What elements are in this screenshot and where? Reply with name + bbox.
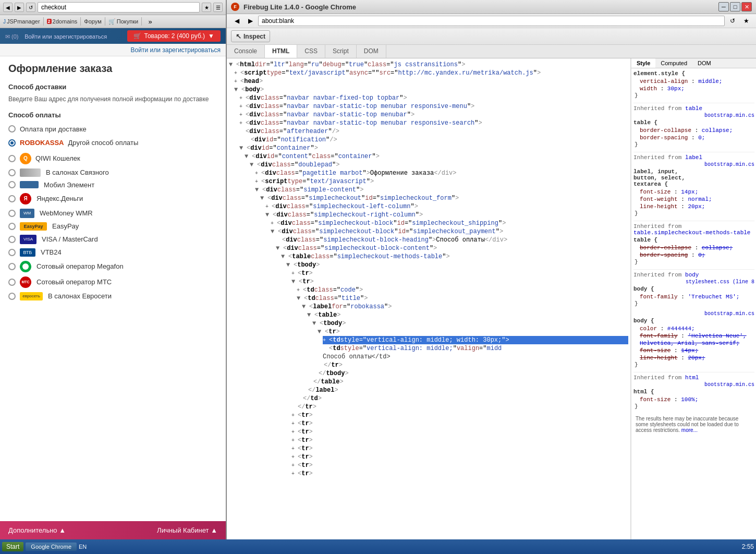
browser-star-btn[interactable]: ★	[202, 3, 211, 12]
html-line-head[interactable]: + <head>	[234, 77, 628, 86]
html-line-second-td[interactable]: <td style="vertical-align: middle;" vali…	[323, 344, 628, 353]
html-line-close-tbody[interactable]: </tbody>	[312, 369, 628, 378]
html-line-block-content[interactable]: ▼ <div class="simplecheckout-block-conte…	[276, 244, 628, 252]
toolbar-jsmanager-link[interactable]: J JSPmanager	[3, 18, 40, 25]
html-line-tr7[interactable]: + <tr>	[291, 444, 628, 453]
html-line-td-code[interactable]: + <td class="code" >	[297, 286, 628, 294]
payment-option-qiwi[interactable]: Q QIWI Кошелек	[8, 151, 217, 166]
payment-option-easypay[interactable]: EasyPay EasyPay	[8, 220, 217, 233]
html-panel[interactable]: ▼ <html dir="ltr" lang="ru" debug="true"…	[227, 58, 631, 539]
html-line-block-heading[interactable]: <div class="simplecheckout-block-heading…	[276, 236, 628, 244]
payment-option-vtb[interactable]: ВТБ VTB24	[8, 246, 217, 259]
radio-yandex[interactable]	[8, 195, 16, 202]
html-line-close-tr2[interactable]: </tr>	[291, 403, 628, 411]
html-line-tbody[interactable]: ▼ <tbody>	[286, 261, 628, 269]
html-line-methods-table[interactable]: ▼ <table class="simplecheckout-methods-t…	[281, 252, 628, 261]
additional-btn[interactable]: Дополнительно ▲	[8, 526, 66, 534]
html-line-navbar2[interactable]: + <div class="navbar navbar-static-top m…	[239, 102, 628, 111]
radio-megafon[interactable]	[8, 263, 16, 270]
html-line-navbar1[interactable]: + <div class="navbar navbar-fixed-top to…	[239, 94, 628, 102]
html-line-afterheader[interactable]: <div class="afterheader" />	[239, 127, 628, 136]
html-line-pagetitle[interactable]: + <div class="pagetitle marbot" >Оформле…	[255, 169, 628, 177]
radio-mts[interactable]	[8, 279, 16, 286]
html-line-close-table[interactable]: </table>	[307, 378, 628, 386]
browser-forward-btn[interactable]: ▶	[15, 3, 24, 12]
html-line-td-title[interactable]: ▼ <td class="title" >	[297, 294, 628, 303]
close-btn[interactable]: ✕	[741, 2, 752, 11]
html-line-container[interactable]: ▼ <div id="container" >	[239, 144, 628, 152]
html-line-navbar3[interactable]: + <div class="navbar navbar-static-top m…	[239, 111, 628, 119]
payment-option-robokassa[interactable]: ROBOKASSA Другой способ оплаты	[8, 135, 217, 151]
html-line-doublepad[interactable]: ▼ <div class="doublepad" >	[250, 161, 628, 169]
payment-option-visa[interactable]: VISA VISA / MasterCard	[8, 233, 217, 246]
html-line-tr8[interactable]: + <tr>	[291, 453, 628, 461]
login-register-link[interactable]: Войти или зарегистрироваться	[131, 46, 221, 54]
style-note-link[interactable]: more...	[681, 427, 698, 433]
html-line-notification[interactable]: <div id="notification" />	[245, 136, 628, 144]
html-line-selected-td[interactable]: + <td style="vertical-align: middle; wid…	[323, 336, 628, 344]
html-line-tr1[interactable]: + <tr>	[291, 269, 628, 278]
tab-script[interactable]: Script	[325, 45, 357, 58]
html-line-shipping[interactable]: + <div class="simplecheckout-block" id="…	[271, 219, 628, 227]
html-line-close-tr[interactable]: </tr>	[318, 361, 628, 369]
radio-mobil[interactable]	[8, 181, 16, 188]
radio-svyaz[interactable]	[8, 169, 16, 176]
minimize-btn[interactable]: ─	[718, 2, 729, 11]
html-line-tr3[interactable]: + <tr>	[291, 411, 628, 419]
firebug-refresh-btn[interactable]: ↺	[727, 16, 738, 26]
radio-vtb[interactable]	[8, 249, 16, 256]
radio-evroset[interactable]	[8, 293, 16, 300]
html-line-close-td[interactable]: </td>	[297, 394, 628, 403]
style-tab-style[interactable]: Style	[631, 58, 655, 68]
toolbar-forum-link[interactable]: Форум	[84, 18, 101, 25]
payment-option-evroset[interactable]: евросеть В салонах Евросети	[8, 290, 217, 303]
html-line-simplecheckout[interactable]: ▼ <div class="simplecheckout" id="simple…	[260, 194, 628, 202]
browser-refresh-btn[interactable]: ↺	[26, 3, 35, 12]
radio-qiwi[interactable]	[8, 155, 16, 162]
html-line-inner-tr[interactable]: ▼ <tr>	[318, 328, 628, 336]
html-line-payment-block[interactable]: ▼ <div class="simplecheckout-block" id="…	[271, 227, 628, 236]
html-line-body[interactable]: ▼ <body>	[234, 86, 628, 94]
html-line-script2[interactable]: + <script type="text/javascript" >	[255, 177, 628, 186]
tab-html[interactable]: HTML	[265, 45, 297, 58]
html-line-text-node[interactable]: Способ оплаты</td>	[323, 353, 628, 361]
tab-css[interactable]: CSS	[297, 45, 325, 58]
firebug-forward-btn[interactable]: ▶	[245, 16, 256, 26]
html-line-tr4[interactable]: + <tr>	[291, 419, 628, 428]
html-line-tr5[interactable]: + <tr>	[291, 428, 628, 436]
radio-robokassa[interactable]	[8, 139, 16, 147]
shop-cart-button[interactable]: 🛒 Товаров: 2 (400 руб.) ▼	[127, 30, 221, 42]
html-line-1[interactable]: ▼ <html dir="ltr" lang="ru" debug="true"…	[229, 61, 628, 69]
payment-option-cash[interactable]: Оплата при доставке	[8, 123, 217, 135]
html-line-content[interactable]: ▼ <div id="content" class="container" >	[245, 152, 628, 161]
tab-console[interactable]: Console	[227, 45, 265, 58]
firebug-star-btn[interactable]: ★	[740, 16, 752, 26]
tab-dom[interactable]: DOM	[357, 45, 386, 58]
browser-back-btn[interactable]: ◀	[3, 3, 13, 12]
personal-cabinet-btn[interactable]: Личный Кабинет ▲	[157, 526, 217, 534]
html-line-tr2[interactable]: ▼ <tr>	[291, 278, 628, 286]
toolbar-more-btn[interactable]: »	[145, 17, 155, 26]
html-line-tr10[interactable]: + <tr>	[291, 469, 628, 478]
html-line-tr9[interactable]: + <tr>	[291, 461, 628, 469]
browser-address-bar[interactable]: checkout	[38, 2, 200, 13]
browser-settings-btn[interactable]: ☰	[213, 3, 223, 12]
radio-easypay[interactable]	[8, 223, 16, 230]
start-button[interactable]: Start	[2, 542, 23, 551]
payment-option-mts[interactable]: МТС Сотовый оператор МТС	[8, 274, 217, 290]
html-line-script[interactable]: + <script type="text/javascript" async="…	[234, 69, 628, 77]
html-line-navbar4[interactable]: + <div class="navbar navbar-static-top m…	[239, 119, 628, 127]
firebug-back-btn[interactable]: ◀	[231, 16, 242, 26]
payment-option-megafon[interactable]: Сотовый оператор Megafon	[8, 259, 217, 274]
style-tab-computed[interactable]: Computed	[655, 58, 692, 68]
inspect-button[interactable]: ↖ Inspect	[231, 30, 270, 42]
html-line-label[interactable]: ▼ <label for="robokassa" >	[302, 303, 628, 311]
payment-option-yandex[interactable]: Я Яндекс.Деньги	[8, 191, 217, 207]
html-line-inner-table[interactable]: ▼ <table>	[307, 311, 628, 319]
payment-option-webmoney[interactable]: WM WebMoney WMR	[8, 207, 217, 220]
taskbar-item-browser[interactable]: Google Chrome	[26, 543, 77, 551]
maximize-btn[interactable]: □	[730, 2, 740, 11]
html-line-inner-tbody[interactable]: ▼ <tbody>	[312, 319, 628, 328]
radio-cash[interactable]	[8, 125, 16, 133]
radio-webmoney[interactable]	[8, 210, 16, 217]
